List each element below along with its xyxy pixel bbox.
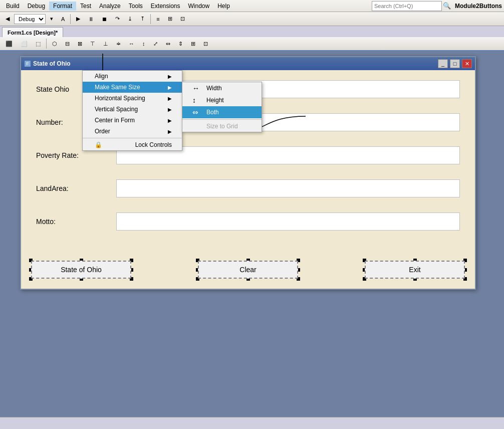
ide-area: F State of Ohio _ □ ✕ State Ohio Number: (0, 51, 504, 417)
ctx-order-arrow: ▶ (168, 129, 172, 134)
toolbar-icon4[interactable]: ↷ (112, 14, 123, 25)
main-container: Build Debug Format Test Analyze Tools Ex… (0, 0, 504, 429)
form-row-landarea: LandArea: (36, 179, 460, 197)
toolbar2-valign-bot[interactable]: ≑ (113, 38, 124, 49)
toolbar-icon7[interactable]: ≡ (153, 14, 163, 25)
toolbar2-more[interactable]: ⊡ (200, 38, 211, 49)
menu-analyze[interactable]: Analyze (95, 2, 125, 11)
context-menu: Align ▶ Make Same Size ▶ ↔ Width ↕ Heigh… (82, 70, 182, 151)
toolbar2-align-right[interactable]: ⊠ (74, 38, 86, 49)
menu-window[interactable]: Window (184, 2, 214, 11)
search-input[interactable] (372, 1, 442, 11)
form-minimize-btn[interactable]: _ (438, 59, 448, 68)
menu-test[interactable]: Test (76, 2, 95, 11)
toolbar-icon1[interactable]: ▶ (73, 14, 84, 25)
menu-bar: Build Debug Format Test Analyze Tools Ex… (0, 0, 504, 12)
tab-form1-design[interactable]: Form1.cs [Design]* (2, 27, 63, 37)
submenu-separator (182, 119, 262, 120)
toolbar2-vspace[interactable]: ⇕ (175, 38, 186, 49)
form-close-btn[interactable]: ✕ (462, 59, 472, 68)
state-of-ohio-button[interactable]: State of Ohio (31, 261, 131, 279)
toolbar2-valign-mid[interactable]: ⊥ (100, 38, 112, 49)
toolbar-icon2[interactable]: ⏸ (85, 14, 97, 25)
toolbar-sep2 (150, 14, 151, 24)
toolbar2-btn2[interactable]: ⬜ (17, 38, 31, 49)
toolbar2-size-b[interactable]: ⤢ (150, 38, 161, 49)
exit-btn-wrapper: Exit (365, 261, 465, 279)
menu-tools[interactable]: Tools (125, 2, 147, 11)
menu-extensions[interactable]: Extensions (147, 2, 184, 11)
ctx-horizontal-spacing-arrow: ▶ (168, 96, 172, 101)
width-icon: ↔ (192, 84, 202, 92)
menu-debug[interactable]: Debug (24, 2, 49, 11)
form-titlebar: F State of Ohio _ □ ✕ (21, 57, 475, 70)
toolbar2-grid[interactable]: ⊞ (187, 38, 199, 49)
ctx-lock-controls[interactable]: 🔒 Lock Controls (83, 139, 182, 150)
toolbar-icon8[interactable]: ⊞ (164, 14, 176, 25)
toolbar-a-btn[interactable]: A (58, 14, 68, 25)
ctx-vertical-spacing[interactable]: Vertical Spacing ▶ (83, 104, 182, 115)
toolbar2-align-center[interactable]: ⊟ (62, 38, 73, 49)
toolbar2-align-left[interactable]: ⬡ (49, 38, 61, 49)
toolbar-dropdown-btn[interactable]: ▾ (47, 14, 57, 25)
form-title-icon: F (24, 60, 31, 67)
height-icon: ↕ (192, 96, 202, 104)
menu-format[interactable]: Format (49, 2, 76, 11)
toolbar2-btn3[interactable]: ⬚ (32, 38, 44, 49)
ctx-align-arrow: ▶ (168, 74, 172, 79)
toolbar: ◀ Debug ▾ A ▶ ⏸ ⏹ ↷ ⤓ ⤒ ≡ ⊞ ⊡ (0, 12, 504, 26)
ctx-horizontal-spacing-label: Horizontal Spacing (95, 95, 145, 102)
menu-help[interactable]: Help (213, 2, 234, 11)
submenu-size-to-grid-label: Size to Grid (206, 123, 238, 130)
ctx-lock-controls-label: Lock Controls (135, 141, 172, 148)
submenu-both-label: Both (206, 109, 219, 116)
ctx-center-in-form-arrow: ▶ (168, 118, 172, 123)
form-maximize-btn[interactable]: □ (450, 59, 460, 68)
label-motto: Motto: (36, 218, 116, 226)
submenu-size-to-grid[interactable]: Size to Grid (182, 121, 262, 132)
submenu-make-same-size: ↔ Width ↕ Height ⇔ Both Size to Grid (182, 82, 262, 132)
toolbar2-size-h[interactable]: ↕ (139, 38, 149, 49)
submenu-height-label: Height (206, 97, 224, 104)
ctx-center-in-form-label: Center in Form (95, 117, 135, 124)
motto-input[interactable] (116, 212, 460, 231)
ctx-order-label: Order (95, 128, 110, 135)
toolbar2-btn1[interactable]: ⬛ (2, 38, 16, 49)
ctx-make-same-size[interactable]: Make Same Size ▶ ↔ Width ↕ Height ⇔ Both (83, 82, 182, 93)
menu-build[interactable]: Build (2, 2, 24, 11)
ctx-horizontal-spacing[interactable]: Horizontal Spacing ▶ (83, 93, 182, 104)
submenu-both[interactable]: ⇔ Both (182, 106, 262, 118)
form-title-text: State of Ohio (33, 60, 436, 67)
tab-strip: Form1.cs [Design]* (0, 26, 504, 37)
lock-icon: 🔒 (95, 141, 102, 148)
ctx-make-same-size-arrow: ▶ (168, 85, 172, 90)
ctx-align-label: Align (95, 73, 108, 80)
clear-btn-wrapper: Clear (198, 261, 298, 279)
label-poverty-rate: Poverty Rate: (36, 151, 116, 159)
toolbar-back-btn[interactable]: ◀ (2, 14, 13, 25)
submenu-height[interactable]: ↕ Height (182, 94, 262, 106)
toolbar2-size-w[interactable]: ↔ (125, 38, 138, 49)
toolbar2-hspace[interactable]: ⇔ (162, 38, 174, 49)
toolbar-icon5[interactable]: ⤓ (124, 14, 136, 25)
ctx-order[interactable]: Order ▶ (83, 126, 182, 137)
toolbar-icon3[interactable]: ⏹ (98, 14, 111, 25)
ctx-center-in-form[interactable]: Center in Form ▶ (83, 115, 182, 126)
state-of-ohio-btn-wrapper: State of Ohio (31, 261, 131, 279)
ctx-align[interactable]: Align ▶ (83, 71, 182, 82)
search-icon[interactable]: 🔍 (443, 2, 451, 10)
toolbar-icon9[interactable]: ⊡ (177, 14, 188, 25)
submenu-width[interactable]: ↔ Width (182, 82, 262, 94)
exit-button[interactable]: Exit (365, 261, 465, 279)
toolbar2-sep (46, 39, 47, 49)
ctx-vertical-spacing-arrow: ▶ (168, 107, 172, 112)
clear-button[interactable]: Clear (198, 261, 298, 279)
both-icon: ⇔ (192, 108, 202, 116)
debug-dropdown[interactable]: Debug (14, 14, 46, 24)
ctx-separator (83, 138, 182, 138)
landarea-input[interactable] (116, 179, 460, 197)
toolbar-sep1 (70, 14, 71, 24)
toolbar-icon6[interactable]: ⤒ (137, 14, 148, 25)
submenu-width-label: Width (206, 85, 222, 92)
toolbar2-valign-top[interactable]: ⊤ (87, 38, 99, 49)
